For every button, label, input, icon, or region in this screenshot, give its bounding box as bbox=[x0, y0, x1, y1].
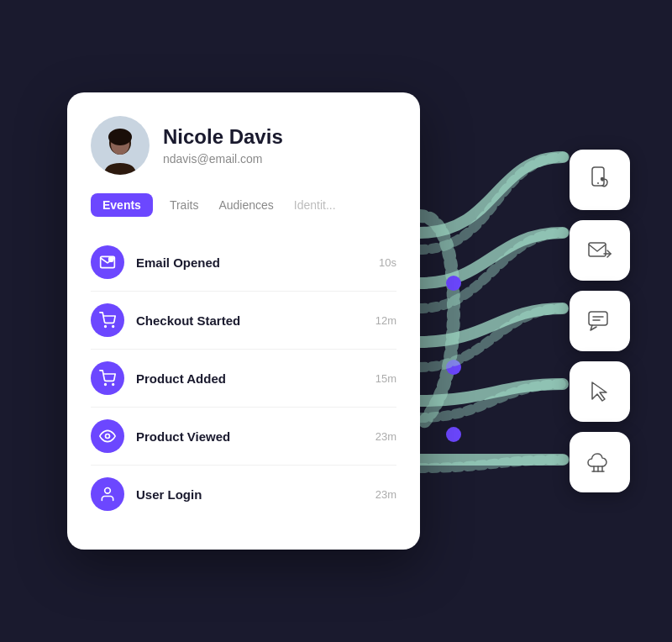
email-forward-icon bbox=[585, 236, 614, 265]
svg-point-7 bbox=[113, 384, 114, 386]
svg-rect-18 bbox=[589, 312, 607, 325]
cloud-icon-box bbox=[570, 432, 630, 492]
cursor-icon-box bbox=[570, 361, 630, 422]
icons-panel bbox=[570, 150, 630, 492]
svg-point-2 bbox=[108, 129, 132, 145]
event-item: Product Viewed 23m bbox=[91, 408, 396, 466]
event-name: Email Opened bbox=[136, 255, 367, 270]
scene: Nicole Davis ndavis@email.com Events Tra… bbox=[42, 48, 630, 594]
event-name: Product Added bbox=[136, 371, 364, 386]
cursor-icon bbox=[585, 377, 614, 406]
event-item: Email Opened 10s bbox=[91, 234, 396, 292]
tab-audiences[interactable]: Audiences bbox=[215, 193, 276, 217]
product-viewed-icon bbox=[91, 419, 124, 453]
event-time: 10s bbox=[379, 256, 396, 269]
event-name: Product Viewed bbox=[136, 429, 364, 444]
email-forward-icon-box bbox=[570, 220, 630, 281]
event-item: User Login 23m bbox=[91, 466, 396, 523]
user-info: Nicole Davis ndavis@email.com bbox=[163, 125, 283, 166]
svg-point-8 bbox=[106, 434, 110, 439]
tabs: Events Traits Audiences Identit... bbox=[91, 193, 396, 217]
card-header: Nicole Davis ndavis@email.com bbox=[91, 116, 396, 175]
event-name: User Login bbox=[136, 487, 364, 502]
event-time: 15m bbox=[375, 372, 396, 385]
tab-events[interactable]: Events bbox=[91, 193, 153, 217]
svg-point-3 bbox=[109, 257, 113, 261]
event-time: 23m bbox=[375, 430, 396, 443]
user-login-icon bbox=[91, 477, 124, 511]
tab-traits[interactable]: Traits bbox=[166, 193, 202, 217]
event-list: Email Opened 10s Checkout Started 12m bbox=[91, 234, 396, 523]
message-icon bbox=[585, 307, 614, 335]
mobile-touch-icon bbox=[585, 166, 614, 194]
event-item: Checkout Started 12m bbox=[91, 292, 396, 350]
tab-identity[interactable]: Identit... bbox=[291, 193, 337, 217]
user-name: Nicole Davis bbox=[163, 125, 283, 149]
message-icon-box bbox=[570, 291, 630, 351]
svg-point-5 bbox=[113, 326, 114, 328]
user-email: ndavis@email.com bbox=[163, 152, 283, 166]
svg-point-11 bbox=[446, 360, 461, 375]
mobile-touch-icon-box bbox=[570, 150, 630, 210]
event-item: Product Added 15m bbox=[91, 350, 396, 408]
profile-card: Nicole Davis ndavis@email.com Events Tra… bbox=[67, 92, 420, 550]
cloud-icon bbox=[585, 448, 614, 476]
svg-point-4 bbox=[105, 326, 107, 328]
product-added-icon bbox=[91, 361, 124, 395]
svg-point-9 bbox=[105, 488, 111, 494]
email-opened-icon bbox=[91, 245, 124, 279]
svg-point-12 bbox=[446, 427, 461, 442]
svg-point-10 bbox=[446, 276, 461, 291]
avatar bbox=[91, 116, 150, 175]
event-time: 12m bbox=[375, 314, 396, 327]
event-time: 23m bbox=[375, 488, 396, 501]
event-name: Checkout Started bbox=[136, 313, 364, 328]
svg-point-6 bbox=[105, 384, 107, 386]
svg-rect-16 bbox=[589, 243, 606, 256]
svg-point-15 bbox=[601, 178, 604, 181]
checkout-started-icon bbox=[91, 303, 124, 337]
